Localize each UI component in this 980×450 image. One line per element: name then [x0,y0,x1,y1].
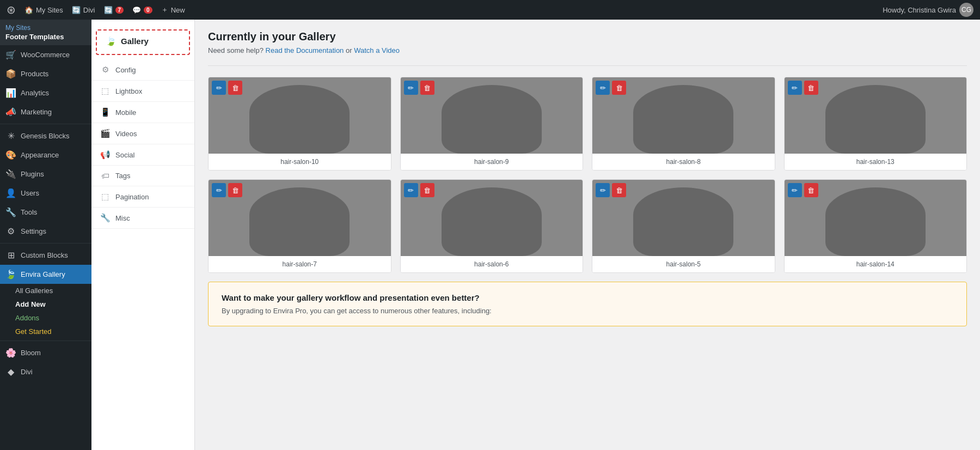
image-label-5: hair-salon-6 [401,256,583,272]
sidebar-sub-add-new[interactable]: Add New [0,297,91,311]
sidebar-item-products[interactable]: 📦 Products [0,64,91,83]
edit-btn-3[interactable]: ✏ [788,81,802,95]
sidebar-item-woocommerce[interactable]: 🛒 WooCommerce [0,45,91,64]
admin-bar: ⊛ 🏠 My Sites 🔄 Divi 🔄 7 💬 0 ＋ New Howdy,… [0,0,980,20]
edit-btn-7[interactable]: ✏ [788,183,802,197]
edit-btn-0[interactable]: ✏ [212,81,226,95]
delete-btn-3[interactable]: 🗑 [804,81,818,95]
marketing-icon: 📣 [5,107,16,117]
delete-btn-5[interactable]: 🗑 [420,183,434,197]
subnav-misc[interactable]: 🔧 Misc [91,208,194,229]
gallery-item-7: ✏ 🗑 hair-salon-14 [784,179,967,273]
image-actions-0: ✏ 🗑 [212,81,242,95]
subnav-lightbox[interactable]: ⬚ Lightbox [91,81,194,102]
sidebar-item-genesis-blocks[interactable]: ✳ Genesis Blocks [0,126,91,145]
gallery-item-1: ✏ 🗑 hair-salon-9 [400,77,584,171]
delete-btn-2[interactable]: 🗑 [612,81,626,95]
divi-icon: ◆ [5,367,16,377]
upgrade-banner-description: By upgrading to Envira Pro, you can get … [222,307,953,315]
sidebar-item-settings[interactable]: ⚙ Settings [0,222,91,241]
users-icon: 👤 [5,188,16,198]
config-icon: ⚙ [100,65,110,75]
sidebar-item-bloom[interactable]: 🌸 Bloom [0,343,91,362]
videos-icon: 🎬 [100,129,110,138]
settings-icon: ⚙ [5,226,16,236]
sidebar-item-marketing[interactable]: 📣 Marketing [0,102,91,121]
gallery-tab-header[interactable]: 🍃 Gallery [96,29,190,55]
updates-link[interactable]: 🔄 7 [104,6,124,14]
gallery-grid-row1: ✏ 🗑 hair-salon-10 ✏ 🗑 hair-salon-9 [208,77,967,171]
gallery-item-3: ✏ 🗑 hair-salon-13 [784,77,967,171]
subnav-social[interactable]: 📢 Social [91,144,194,166]
image-actions-5: ✏ 🗑 [404,183,434,197]
gallery-grid-row2: ✏ 🗑 hair-salon-7 ✏ 🗑 hair-salon-6 [208,179,967,273]
breadcrumb-footer-templates: Footer Templates [5,33,86,41]
sidebar-item-users[interactable]: 👤 Users [0,184,91,203]
my-sites-link[interactable]: 🏠 My Sites [24,6,63,14]
delete-btn-4[interactable]: 🗑 [228,183,242,197]
breadcrumb-my-sites[interactable]: My Sites [5,24,86,32]
subnav-pagination[interactable]: ⬚ Pagination [91,186,194,208]
subnav-mobile[interactable]: 📱 Mobile [91,102,194,123]
sidebar-item-plugins[interactable]: 🔌 Plugins [0,165,91,184]
doc-link[interactable]: Read the Documentation [266,46,344,54]
comments-icon: 💬 [132,6,141,14]
edit-btn-5[interactable]: ✏ [404,183,418,197]
delete-btn-0[interactable]: 🗑 [228,81,242,95]
woocommerce-icon: 🛒 [5,50,16,60]
delete-btn-1[interactable]: 🗑 [420,81,434,95]
sidebar-item-appearance[interactable]: 🎨 Appearance [0,145,91,165]
subnav-tags[interactable]: 🏷 Tags [91,166,194,186]
subnav-videos[interactable]: 🎬 Videos [91,123,194,144]
sidebar-item-custom-blocks[interactable]: ⊞ Custom Blocks [0,246,91,265]
edit-btn-6[interactable]: ✏ [596,183,610,197]
plugins-icon: 🔌 [5,169,16,179]
updates-icon: 🔄 [104,6,113,14]
video-link[interactable]: Watch a Video [354,46,400,54]
products-icon: 📦 [5,69,16,79]
subnav-config[interactable]: ⚙ Config [91,59,194,81]
misc-icon: 🔧 [100,213,110,223]
site-icon: 🔄 [72,6,81,14]
user-menu[interactable]: Howdy, Christina Gwira CG [883,3,973,17]
analytics-icon: 📊 [5,88,16,98]
comments-link[interactable]: 💬 0 [132,6,152,14]
appearance-icon: 🎨 [5,150,16,160]
site-name-link[interactable]: 🔄 Divi [72,6,95,14]
envira-icon: 🍃 [5,269,16,279]
edit-btn-2[interactable]: ✏ [596,81,610,95]
lightbox-icon: ⬚ [100,86,110,96]
gallery-item-2: ✏ 🗑 hair-salon-8 [592,77,775,171]
sidebar-sub-addons[interactable]: Addons [0,311,91,325]
image-actions-4: ✏ 🗑 [212,183,242,197]
sidebar-sub-get-started[interactable]: Get Started [0,325,91,338]
delete-btn-7[interactable]: 🗑 [804,183,818,197]
gallery-item-4: ✏ 🗑 hair-salon-7 [208,179,391,273]
main-area: 🍃 Gallery ⚙ Config ⬚ Lightbox 📱 Mobile 🎬… [91,20,980,450]
content-panel: Currently in your Gallery Need some help… [195,20,980,450]
my-sites-icon: 🏠 [24,6,33,14]
image-label-4: hair-salon-7 [209,256,391,272]
image-label-2: hair-salon-8 [592,154,775,170]
image-actions-7: ✏ 🗑 [788,183,818,197]
sidebar-item-divi[interactable]: ◆ Divi [0,362,91,381]
wp-logo-icon[interactable]: ⊛ [7,3,16,16]
tools-icon: 🔧 [5,207,16,217]
sidebar-sub-all-galleries[interactable]: All Galleries [0,284,91,297]
sidebar-item-analytics[interactable]: 📊 Analytics [0,83,91,102]
delete-btn-6[interactable]: 🗑 [612,183,626,197]
sidebar-item-envira-gallery[interactable]: 🍃 Envira Gallery [0,265,91,284]
avatar: CG [959,3,973,17]
edit-btn-4[interactable]: ✏ [212,183,226,197]
gallery-item-0: ✏ 🗑 hair-salon-10 [208,77,391,171]
help-text: Need some help? Read the Documentation o… [208,46,967,54]
edit-btn-1[interactable]: ✏ [404,81,418,95]
sidebar-item-tools[interactable]: 🔧 Tools [0,203,91,222]
new-content-link[interactable]: ＋ New [161,5,185,15]
mobile-icon: 📱 [100,107,110,117]
image-label-6: hair-salon-5 [592,256,775,272]
sub-navigation: 🍃 Gallery ⚙ Config ⬚ Lightbox 📱 Mobile 🎬… [91,20,195,450]
tags-icon: 🏷 [100,171,110,180]
image-actions-6: ✏ 🗑 [596,183,626,197]
image-actions-2: ✏ 🗑 [596,81,626,95]
